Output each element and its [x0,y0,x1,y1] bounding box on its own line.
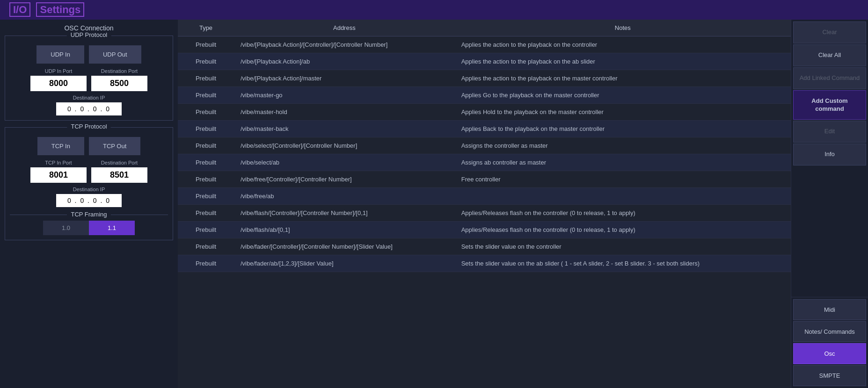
left-panel: OSC Connection UDP Protocol UDP In UDP O… [0,20,178,388]
table-row[interactable]: Prebuilt/vibe/free/ab [178,188,791,205]
cell-notes: Free controller [455,171,791,188]
cell-address: /vibe/flash/ab/[0,1] [234,222,455,238]
cell-address: /vibe/free/ab [234,188,455,205]
osc-button[interactable]: Osc [793,343,866,364]
cell-notes [455,188,791,205]
right-panel: ClearClear AllAdd Linked CommandAdd Cust… [791,20,868,388]
osc-commands-table: Type Address Notes Prebuilt/vibe/[Playba… [178,20,791,272]
framing-label: TCP Framing [10,211,168,218]
framing-buttons: 1.0 1.1 [10,221,168,235]
cell-type: Prebuilt [178,238,234,255]
cell-type: Prebuilt [178,154,234,171]
udp-dest-port-input[interactable] [91,76,147,91]
tcp-dest-ip-input[interactable] [56,194,122,207]
tcp-dest-port-label: Destination Port [101,160,138,165]
udp-dest-ip-label: Destination IP [73,95,105,101]
cell-notes: Sets the slider value on the ab slider (… [455,255,791,272]
table-row[interactable]: Prebuilt/vibe/select/abAssigns ab contro… [178,154,791,171]
table-row[interactable]: Prebuilt/vibe/flash/[Controller]/[Contro… [178,205,791,222]
framing-1-1-button[interactable]: 1.1 [89,221,135,235]
col-header-address: Address [234,20,455,36]
add-custom-button[interactable]: Add Custom command [793,90,866,120]
table-row[interactable]: Prebuilt/vibe/fader/[Controller]/[Contro… [178,238,791,255]
cell-address: /vibe/select/[Controller]/[Controller Nu… [234,137,455,154]
udp-in-button[interactable]: UDP In [36,45,84,64]
notes-commands-button[interactable]: Notes/ Commands [793,321,866,342]
cell-notes: Applies Go to the playback on the master… [455,87,791,104]
smpte-button[interactable]: SMPTE [793,365,866,386]
clear-all-button[interactable]: Clear All [793,44,866,66]
cell-notes: Applies/Releases flash on the controller… [455,222,791,238]
cell-notes: Sets the slider value on the controller [455,238,791,255]
edit-button: Edit [793,121,866,143]
cell-address: /vibe/master-back [234,121,455,137]
tcp-in-port-input[interactable] [30,167,87,183]
main-content: OSC Connection UDP Protocol UDP In UDP O… [0,20,868,388]
udp-in-port-input[interactable] [30,76,87,91]
cell-address: /vibe/fader/ab/[1,2,3]/[Slider Value] [234,255,455,272]
cell-type: Prebuilt [178,205,234,222]
table-row[interactable]: Prebuilt/vibe/[Playback Action]/masterAp… [178,70,791,87]
cell-type: Prebuilt [178,87,234,104]
cell-type: Prebuilt [178,70,234,87]
table-row[interactable]: Prebuilt/vibe/free/[Controller]/[Control… [178,171,791,188]
tcp-dest-port-input[interactable] [91,167,147,183]
cell-type: Prebuilt [178,137,234,154]
cell-address: /vibe/[Playback Action]/ab [234,53,455,70]
cell-type: Prebuilt [178,121,234,137]
app-title: I/O Settings [9,4,87,16]
tcp-in-button[interactable]: TCP In [37,137,84,155]
add-linked-button: Add Linked Command [793,67,866,89]
cell-address: /vibe/master-go [234,87,455,104]
table-row[interactable]: Prebuilt/vibe/master-goApplies Go to the… [178,87,791,104]
osc-connection-label: OSC Connection [5,24,173,32]
cell-address: /vibe/[Playback Action]/master [234,70,455,87]
table-header-row: Type Address Notes [178,20,791,36]
cell-address: /vibe/fader/[Controller]/[Controller Num… [234,238,455,255]
cell-type: Prebuilt [178,53,234,70]
cell-type: Prebuilt [178,36,234,53]
udp-dest-ip-input[interactable] [56,102,122,115]
midi-button[interactable]: Midi [793,299,866,320]
cell-notes: Applies Hold to the playback on the mast… [455,104,791,121]
tcp-in-port-label: TCP In Port [45,160,72,165]
cell-type: Prebuilt [178,188,234,205]
table-row[interactable]: Prebuilt/vibe/fader/ab/[1,2,3]/[Slider V… [178,255,791,272]
udp-dest-ip-group: Destination IP [10,95,168,115]
udp-buttons: UDP In UDP Out [10,45,168,64]
cell-notes: Applies Back to the playback on the mast… [455,121,791,137]
tcp-port-row: TCP In Port Destination Port [10,160,168,183]
udp-in-port-label: UDP In Port [45,68,73,74]
table-row[interactable]: Prebuilt/vibe/master-holdApplies Hold to… [178,104,791,121]
tcp-in-port-group: TCP In Port [30,160,87,183]
table-row[interactable]: Prebuilt/vibe/select/[Controller]/[Contr… [178,137,791,154]
framing-section: TCP Framing 1.0 1.1 [10,211,168,235]
cell-notes: Applies the action to the playback on th… [455,36,791,53]
cell-notes: Assigns ab controller as master [455,154,791,171]
tcp-dest-port-group: Destination Port [91,160,147,183]
cell-type: Prebuilt [178,222,234,238]
framing-1-0-button[interactable]: 1.0 [43,221,89,235]
udp-label: UDP Protocol [67,31,111,38]
udp-dest-port-group: Destination Port [91,68,147,91]
tcp-dest-ip-label: Destination IP [73,187,105,192]
app-header: I/O Settings [0,0,868,20]
table-row[interactable]: Prebuilt/vibe/[Playback Action]/[Control… [178,36,791,53]
cell-type: Prebuilt [178,255,234,272]
table-row[interactable]: Prebuilt/vibe/flash/ab/[0,1]Applies/Rele… [178,222,791,238]
tcp-out-button[interactable]: TCP Out [89,137,140,155]
cell-address: /vibe/select/ab [234,154,455,171]
right-bottom-buttons: MidiNotes/ CommandsOscSMPTE [791,297,868,388]
right-top-buttons: ClearClear AllAdd Linked CommandAdd Cust… [791,20,868,297]
udp-dest-port-label: Destination Port [101,68,138,74]
info-button[interactable]: Info [793,144,866,165]
cell-notes: Applies the action to the playback on th… [455,70,791,87]
udp-out-button[interactable]: UDP Out [89,45,141,64]
udp-protocol-box: UDP Protocol UDP In UDP Out UDP In Port … [5,36,173,121]
table-row[interactable]: Prebuilt/vibe/[Playback Action]/abApplie… [178,53,791,70]
col-header-type: Type [178,20,234,36]
tcp-buttons: TCP In TCP Out [10,137,168,155]
cell-address: /vibe/master-hold [234,104,455,121]
table-row[interactable]: Prebuilt/vibe/master-backApplies Back to… [178,121,791,137]
clear-button: Clear [793,22,866,43]
